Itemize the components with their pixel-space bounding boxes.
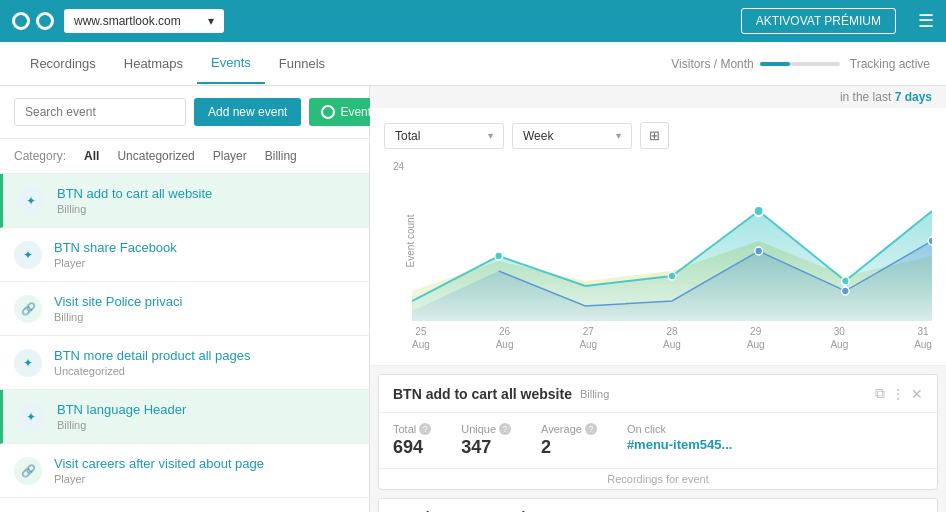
event-name: BTN language Header: [57, 402, 355, 417]
event-info: Visit careers after visited about page P…: [54, 456, 355, 485]
logo-circle-right: [36, 12, 54, 30]
event-category: Billing: [54, 311, 355, 323]
event-name: BTN share Facebook: [54, 240, 355, 255]
svg-point-5: [841, 287, 849, 295]
event-item[interactable]: ✦ BTN more detail product all pages Unca…: [0, 336, 369, 390]
total-select[interactable]: Total ▾: [384, 123, 504, 149]
stat-average: Average ? 2: [541, 423, 597, 458]
stat-onclick-value[interactable]: #menu-item545...: [627, 437, 733, 452]
chart-inner: Event count: [412, 161, 932, 351]
event-category: Billing: [57, 419, 355, 431]
event-cursor-icon: ✦: [17, 403, 45, 431]
card-1-more-icon[interactable]: ⋮: [891, 386, 905, 402]
event-list: ✦ BTN add to cart all website Billing ✦ …: [0, 174, 369, 512]
url-text: www.smartlook.com: [74, 14, 181, 28]
url-bar[interactable]: www.smartlook.com ▾: [64, 9, 224, 33]
stat-unique-value: 347: [461, 437, 511, 458]
cat-billing[interactable]: Billing: [261, 147, 301, 165]
week-select[interactable]: Week ▾: [512, 123, 632, 149]
chart-area: Total ▾ Week ▾ ⊞ 24 Event count: [370, 108, 946, 366]
y-max-label: 24: [393, 161, 404, 172]
event-category: Player: [54, 257, 355, 269]
svg-point-4: [755, 247, 763, 255]
card-1-copy-icon[interactable]: ⧉: [875, 385, 885, 402]
event-card-2: BTN language Header Billing ⋮ ✕: [378, 498, 938, 512]
event-link-icon: 🔗: [14, 457, 42, 485]
y-axis-label: Event count: [405, 215, 416, 268]
in-last-bar: in the last 7 days: [370, 86, 946, 108]
date-label-2: 27 Aug: [579, 325, 597, 351]
event-category: Uncategorized: [54, 365, 355, 377]
date-labels: 25 Aug 26 Aug 27 Aug 28: [412, 321, 932, 351]
event-item[interactable]: 🔗 Visit careers after visited about page…: [0, 444, 369, 498]
visitors-section: Visitors / Month: [671, 57, 839, 71]
stat-total-label: Total ?: [393, 423, 431, 435]
date-label-3: 28 Aug: [663, 325, 681, 351]
event-item[interactable]: 🔗 Visit site Police privaci Billing: [0, 282, 369, 336]
visitors-label: Visitors / Month: [671, 57, 753, 71]
stat-average-value: 2: [541, 437, 597, 458]
event-item[interactable]: ✦ BTN add to cart all website Billing: [0, 174, 369, 228]
total-chevron-icon: ▾: [488, 130, 493, 141]
week-label: Week: [523, 129, 553, 143]
chart-settings-button[interactable]: ⊞: [640, 122, 669, 149]
card-1-badge: Billing: [580, 388, 609, 400]
right-panel: in the last 7 days Total ▾ Week ▾ ⊞ 24: [370, 86, 946, 512]
date-label-5: 30 Aug: [830, 325, 848, 351]
nav-events[interactable]: Events: [197, 43, 265, 84]
card-1-close-icon[interactable]: ✕: [911, 386, 923, 402]
card-1-stats: Total ? 694 Unique ? 347 Average ?: [379, 413, 937, 468]
event-card-1: BTN add to cart all website Billing ⧉ ⋮ …: [378, 374, 938, 490]
event-info: BTN more detail product all pages Uncate…: [54, 348, 355, 377]
svg-point-3: [841, 277, 849, 285]
event-item[interactable]: ✦ BTN language Header Billing: [0, 390, 369, 444]
stat-onclick-label: On click: [627, 423, 733, 435]
chart-svg: [412, 161, 932, 321]
cat-player[interactable]: Player: [209, 147, 251, 165]
event-info: BTN language Header Billing: [57, 402, 355, 431]
add-event-button[interactable]: Add new event: [194, 98, 301, 126]
app-header: www.smartlook.com ▾ AKTIVOVAT PRÉMIUM ☰: [0, 0, 946, 42]
svg-point-1: [668, 272, 676, 280]
main-content: Add new event Event picker Category: All…: [0, 86, 946, 512]
aktivovat-button[interactable]: AKTIVOVAT PRÉMIUM: [741, 8, 896, 34]
nav-heatmaps[interactable]: Heatmaps: [110, 44, 197, 83]
logo: [12, 12, 54, 30]
recordings-for-event-link[interactable]: Recordings for event: [379, 468, 937, 489]
cat-all[interactable]: All: [80, 147, 103, 165]
search-input[interactable]: [14, 98, 186, 126]
category-bar: Category: All Uncategorized Player Billi…: [0, 139, 369, 174]
date-label-6: 31 Aug: [914, 325, 932, 351]
card-1-actions: ⧉ ⋮ ✕: [875, 385, 923, 402]
tracking-status: Tracking active: [850, 57, 930, 71]
event-link-icon: 🔗: [14, 295, 42, 323]
event-category: Player: [54, 473, 355, 485]
stat-onclick: On click #menu-item545...: [627, 423, 733, 458]
event-info: BTN share Facebook Player: [54, 240, 355, 269]
date-label-1: 26 Aug: [496, 325, 514, 351]
event-cursor-icon: ✦: [17, 187, 45, 215]
stat-unique-label: Unique ?: [461, 423, 511, 435]
stat-unique: Unique ? 347: [461, 423, 511, 458]
logo-circle-left: [12, 12, 30, 30]
event-info: BTN add to cart all website Billing: [57, 186, 355, 215]
chart-container: 24 Event count: [384, 161, 932, 351]
event-card-1-header: BTN add to cart all website Billing ⧉ ⋮ …: [379, 375, 937, 413]
event-item[interactable]: ✦ BTN share Facebook Player: [0, 228, 369, 282]
stat-average-help-icon[interactable]: ?: [585, 423, 597, 435]
nav-funnels[interactable]: Funnels: [265, 44, 339, 83]
event-name: Visit site Police privaci: [54, 294, 355, 309]
main-nav: Recordings Heatmaps Events Funnels Visit…: [0, 42, 946, 86]
event-cursor-icon: ✦: [14, 241, 42, 269]
stat-unique-help-icon[interactable]: ?: [499, 423, 511, 435]
stat-total: Total ? 694: [393, 423, 431, 458]
nav-recordings[interactable]: Recordings: [16, 44, 110, 83]
in-last-days[interactable]: 7 days: [895, 90, 932, 104]
stat-total-help-icon[interactable]: ?: [419, 423, 431, 435]
svg-point-0: [495, 252, 503, 260]
chart-svg-area: Event count: [412, 161, 932, 321]
left-panel: Add new event Event picker Category: All…: [0, 86, 370, 512]
hamburger-icon[interactable]: ☰: [918, 10, 934, 32]
cat-uncategorized[interactable]: Uncategorized: [113, 147, 198, 165]
stat-average-label: Average ?: [541, 423, 597, 435]
